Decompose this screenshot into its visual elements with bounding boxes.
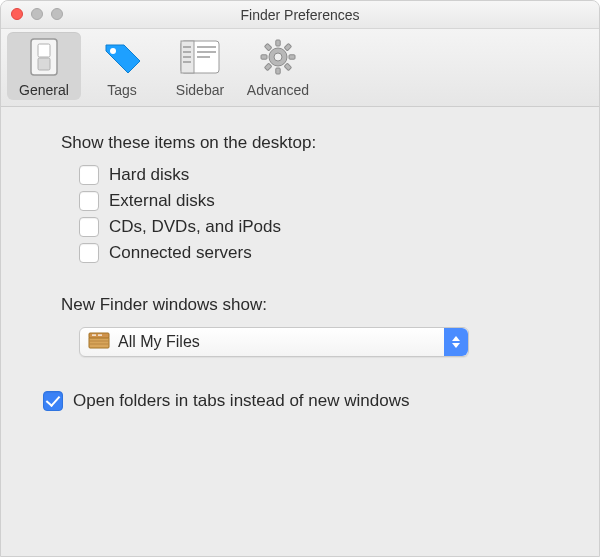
titlebar: Finder Preferences: [1, 1, 599, 29]
tab-label: Sidebar: [176, 82, 224, 98]
select-arrows-icon: [444, 328, 468, 356]
svg-rect-21: [264, 43, 271, 50]
svg-rect-19: [284, 43, 291, 50]
switch-icon: [29, 36, 59, 78]
svg-rect-25: [92, 334, 96, 335]
tab-label: Advanced: [247, 82, 309, 98]
tab-label: General: [19, 82, 69, 98]
svg-rect-1: [38, 44, 50, 57]
checkbox-connected-servers-row: Connected servers: [79, 243, 563, 263]
desktop-items-label: Show these items on the desktop:: [61, 133, 563, 153]
tag-icon: [100, 36, 144, 78]
checkbox-connected-servers[interactable]: [79, 243, 99, 263]
tab-tags[interactable]: Tags: [85, 32, 159, 100]
svg-rect-22: [284, 63, 291, 70]
svg-rect-16: [276, 68, 280, 74]
checkbox-external-disks-row: External disks: [79, 191, 563, 211]
checkbox-hard-disks-row: Hard disks: [79, 165, 563, 185]
svg-rect-20: [264, 63, 271, 70]
close-button[interactable]: [11, 8, 23, 20]
tab-advanced[interactable]: Advanced: [241, 32, 315, 100]
svg-point-14: [274, 53, 282, 61]
finder-preferences-window: Finder Preferences General Tags: [0, 0, 600, 557]
open-in-tabs-row: Open folders in tabs instead of new wind…: [43, 391, 563, 411]
preferences-toolbar: General Tags: [1, 29, 599, 107]
window-controls: [11, 8, 63, 20]
gear-icon: [258, 36, 298, 78]
svg-rect-23: [89, 337, 109, 348]
checkbox-label: External disks: [109, 191, 215, 211]
svg-rect-18: [289, 55, 295, 59]
new-windows-label: New Finder windows show:: [61, 295, 563, 315]
checkbox-label: Connected servers: [109, 243, 252, 263]
svg-rect-17: [261, 55, 267, 59]
checkbox-cds-dvds-ipods-row: CDs, DVDs, and iPods: [79, 217, 563, 237]
svg-rect-26: [98, 334, 102, 335]
checkbox-external-disks[interactable]: [79, 191, 99, 211]
select-value: All My Files: [118, 333, 200, 351]
all-my-files-icon: [88, 331, 110, 354]
svg-point-3: [110, 48, 116, 54]
new-windows-select[interactable]: All My Files: [79, 327, 469, 357]
general-pane: Show these items on the desktop: Hard di…: [1, 107, 599, 421]
desktop-items-list: Hard disks External disks CDs, DVDs, and…: [79, 165, 563, 263]
checkbox-cds-dvds-ipods[interactable]: [79, 217, 99, 237]
checkbox-open-in-tabs[interactable]: [43, 391, 63, 411]
svg-rect-15: [276, 40, 280, 46]
tab-sidebar[interactable]: Sidebar: [163, 32, 237, 100]
checkbox-label: CDs, DVDs, and iPods: [109, 217, 281, 237]
window-title: Finder Preferences: [240, 7, 359, 23]
tab-general[interactable]: General: [7, 32, 81, 100]
svg-rect-2: [38, 58, 50, 70]
checkbox-label: Open folders in tabs instead of new wind…: [73, 391, 409, 411]
sidebar-icon: [180, 36, 220, 78]
tab-label: Tags: [107, 82, 137, 98]
minimize-button[interactable]: [31, 8, 43, 20]
zoom-button[interactable]: [51, 8, 63, 20]
checkbox-hard-disks[interactable]: [79, 165, 99, 185]
checkbox-label: Hard disks: [109, 165, 189, 185]
